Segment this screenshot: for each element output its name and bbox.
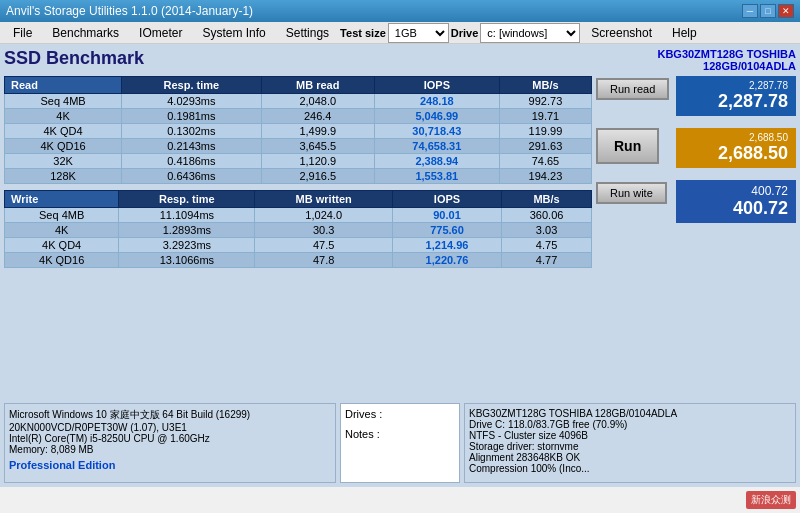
read-cell-2-0: 4K QD4 xyxy=(5,124,122,139)
total-score-box: 2,688.50 2,688.50 xyxy=(676,128,796,168)
read-row: 4K0.1981ms246.45,046.9919.71 xyxy=(5,109,592,124)
write-cell-3-2: 47.8 xyxy=(255,253,392,268)
sys-memory: Memory: 8,089 MB xyxy=(9,444,331,455)
read-cell-4-0: 32K xyxy=(5,154,122,169)
close-button[interactable]: ✕ xyxy=(778,4,794,18)
menu-help[interactable]: Help xyxy=(663,23,706,43)
menu-iometer[interactable]: IOmeter xyxy=(130,23,191,43)
title-bar-text: Anvil's Storage Utilities 1.1.0 (2014-Ja… xyxy=(6,4,253,18)
run-write-button[interactable]: Run wite xyxy=(596,182,667,204)
read-row: 4K QD40.1302ms1,499.930,718.43119.99 xyxy=(5,124,592,139)
read-cell-0-2: 2,048.0 xyxy=(261,94,374,109)
total-score-small: 2,688.50 xyxy=(684,132,788,143)
menu-systeminfo[interactable]: System Info xyxy=(193,23,274,43)
read-cell-1-1: 0.1981ms xyxy=(122,109,262,124)
read-cell-5-4: 194.23 xyxy=(499,169,591,184)
read-row: 128K0.6436ms2,916.51,553.81194.23 xyxy=(5,169,592,184)
read-cell-3-1: 0.2143ms xyxy=(122,139,262,154)
content-area: Read Resp. time MB read IOPS MB/s Seq 4M… xyxy=(4,76,796,399)
write-cell-1-3: 775.60 xyxy=(392,223,501,238)
read-col-4: MB/s xyxy=(499,77,591,94)
write-cell-2-3: 1,214.96 xyxy=(392,238,501,253)
read-cell-5-3: 1,553.81 xyxy=(374,169,499,184)
read-score-small: 2,287.78 xyxy=(684,80,788,91)
read-score-box: 2,287.78 2,287.78 xyxy=(676,76,796,116)
right-panel: Run read 2,287.78 2,287.78 Run 2,688.50 … xyxy=(596,76,796,399)
write-row: 4K QD43.2923ms47.51,214.964.75 xyxy=(5,238,592,253)
drives-notes: Drives : Notes : xyxy=(340,403,460,483)
read-cell-5-0: 128K xyxy=(5,169,122,184)
write-cell-0-0: Seq 4MB xyxy=(5,208,119,223)
benchmark-title: SSD Benchmark xyxy=(4,48,144,69)
read-table: Read Resp. time MB read IOPS MB/s Seq 4M… xyxy=(4,76,592,184)
write-cell-2-4: 4.75 xyxy=(502,238,592,253)
drive-detail-alignment: Alignment 283648KB OK xyxy=(469,452,791,463)
read-cell-3-4: 291.63 xyxy=(499,139,591,154)
write-row: 4K1.2893ms30.3775.603.03 xyxy=(5,223,592,238)
write-cell-1-0: 4K xyxy=(5,223,119,238)
read-cell-0-3: 248.18 xyxy=(374,94,499,109)
read-row: Seq 4MB4.0293ms2,048.0248.18992.73 xyxy=(5,94,592,109)
menu-settings[interactable]: Settings xyxy=(277,23,338,43)
read-score-large: 2,287.78 xyxy=(684,91,788,112)
drive-model: KBG30ZMT128G TOSHIBA xyxy=(657,48,796,60)
drive-select[interactable]: c: [windows] xyxy=(480,23,580,43)
title-bar: Anvil's Storage Utilities 1.1.0 (2014-Ja… xyxy=(0,0,800,22)
drive-label: Drive xyxy=(451,27,479,39)
read-cell-1-0: 4K xyxy=(5,109,122,124)
menu-bar: File Benchmarks IOmeter System Info Sett… xyxy=(0,22,800,44)
drive-detail-driver: Storage driver: stornvme xyxy=(469,441,791,452)
read-cell-2-3: 30,718.43 xyxy=(374,124,499,139)
write-cell-0-3: 90.01 xyxy=(392,208,501,223)
drive-detail-compression: Compression 100% (Inco... xyxy=(469,463,791,474)
write-cell-1-2: 30.3 xyxy=(255,223,392,238)
drive-detail-free: Drive C: 118.0/83.7GB free (70.9%) xyxy=(469,419,791,430)
read-cell-1-3: 5,046.99 xyxy=(374,109,499,124)
write-cell-1-4: 3.03 xyxy=(502,223,592,238)
read-row: 32K0.4186ms1,120.92,388.9474.65 xyxy=(5,154,592,169)
read-cell-1-4: 19.71 xyxy=(499,109,591,124)
write-col-0: Write xyxy=(5,191,119,208)
title-bar-controls: ─ □ ✕ xyxy=(742,4,794,18)
read-cell-4-1: 0.4186ms xyxy=(122,154,262,169)
pro-edition: Professional Edition xyxy=(9,459,331,471)
run-read-row: Run read 2,287.78 2,287.78 xyxy=(596,76,796,116)
write-row: Seq 4MB11.1094ms1,024.090.01360.06 xyxy=(5,208,592,223)
read-cell-4-2: 1,120.9 xyxy=(261,154,374,169)
read-col-2: MB read xyxy=(261,77,374,94)
write-cell-2-2: 47.5 xyxy=(255,238,392,253)
read-cell-0-1: 4.0293ms xyxy=(122,94,262,109)
benchmark-header: SSD Benchmark KBG30ZMT128G TOSHIBA 128GB… xyxy=(4,48,796,72)
tables-area: Read Resp. time MB read IOPS MB/s Seq 4M… xyxy=(4,76,592,399)
menu-benchmarks[interactable]: Benchmarks xyxy=(43,23,128,43)
read-cell-3-3: 74,658.31 xyxy=(374,139,499,154)
drives-label: Drives : xyxy=(345,408,455,420)
sys-cpu1: 20KN000VCD/R0PET30W (1.07), U3E1 xyxy=(9,422,331,433)
write-cell-3-1: 13.1066ms xyxy=(119,253,255,268)
write-cell-0-4: 360.06 xyxy=(502,208,592,223)
maximize-button[interactable]: □ xyxy=(760,4,776,18)
read-cell-1-2: 246.4 xyxy=(261,109,374,124)
read-cell-4-4: 74.65 xyxy=(499,154,591,169)
minimize-button[interactable]: ─ xyxy=(742,4,758,18)
menu-screenshot[interactable]: Screenshot xyxy=(582,23,661,43)
read-cell-5-2: 2,916.5 xyxy=(261,169,374,184)
run-read-button[interactable]: Run read xyxy=(596,78,669,100)
read-row: 4K QD160.2143ms3,645.574,658.31291.63 xyxy=(5,139,592,154)
run-button[interactable]: Run xyxy=(596,128,659,164)
write-cell-3-0: 4K QD16 xyxy=(5,253,119,268)
write-cell-0-1: 11.1094ms xyxy=(119,208,255,223)
write-col-4: MB/s xyxy=(502,191,592,208)
drive-detail-ntfs: NTFS - Cluster size 4096B xyxy=(469,430,791,441)
read-cell-0-4: 992.73 xyxy=(499,94,591,109)
write-score-box: 400.72 400.72 xyxy=(676,180,796,223)
read-col-0: Read xyxy=(5,77,122,94)
write-col-1: Resp. time xyxy=(119,191,255,208)
notes-label: Notes : xyxy=(345,428,455,440)
menu-file[interactable]: File xyxy=(4,23,41,43)
testsize-select[interactable]: 1GB 512MB xyxy=(388,23,449,43)
drive-details: KBG30ZMT128G TOSHIBA 128GB/0104ADLA Driv… xyxy=(464,403,796,483)
read-col-1: Resp. time xyxy=(122,77,262,94)
write-score-small: 400.72 xyxy=(751,184,788,198)
write-cell-0-2: 1,024.0 xyxy=(255,208,392,223)
